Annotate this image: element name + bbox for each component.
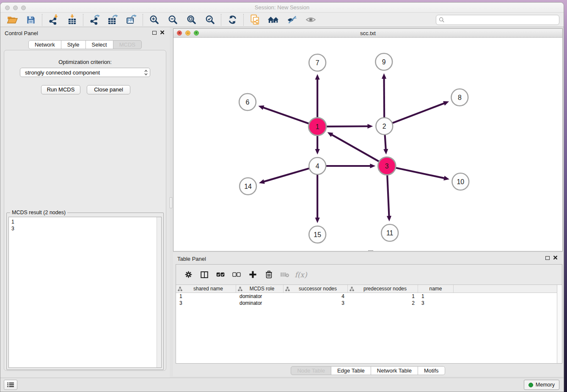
mcds-result-title: MCDS result (2 nodes) — [10, 210, 67, 215]
tab-style[interactable]: Style — [61, 40, 86, 49]
column-header-label: predecessor nodes — [354, 286, 416, 292]
mcds-result-textarea[interactable]: 13 — [8, 217, 162, 368]
deselect-all-icon[interactable] — [228, 268, 245, 281]
tab-mcds[interactable]: MCDS — [113, 40, 142, 49]
vertical-splitter[interactable] — [170, 27, 172, 378]
node-table-area: f(x) shared nameMCDS rolesuccessor nodes… — [176, 264, 562, 364]
gear-icon[interactable] — [180, 268, 196, 281]
graph-node-8[interactable]: 8 — [451, 89, 468, 106]
zoom-fit-icon[interactable] — [182, 14, 201, 26]
network-documents-icon[interactable] — [245, 14, 264, 26]
graph-node-1[interactable]: 1 — [308, 118, 326, 135]
graph-node-10[interactable]: 10 — [452, 173, 469, 190]
tab-node-table[interactable]: Node Table — [291, 366, 331, 375]
columns-icon[interactable] — [196, 268, 212, 281]
table-cell[interactable]: 3 — [176, 300, 236, 306]
graph-edge-2-3[interactable] — [383, 133, 388, 155]
column-header-successor-nodes[interactable]: successor nodes — [284, 285, 348, 293]
import-network-icon[interactable] — [44, 14, 63, 26]
graph-edge-3-1[interactable] — [328, 132, 381, 163]
zoom-in-icon[interactable] — [145, 14, 163, 26]
graph-edge-1-6[interactable] — [258, 105, 311, 124]
result-scrollbar[interactable] — [157, 217, 161, 367]
run-mcds-button[interactable]: Run MCDS — [41, 85, 80, 94]
table-cell[interactable]: dominator — [236, 300, 284, 306]
graph-node-7[interactable]: 7 — [309, 54, 326, 71]
graph-edge-4-3[interactable] — [324, 163, 375, 168]
graph-node-9[interactable]: 9 — [375, 53, 392, 70]
graph-node-15[interactable]: 15 — [309, 226, 326, 243]
graph-edge-1-2[interactable] — [324, 124, 373, 129]
open-session-icon[interactable] — [3, 14, 22, 26]
refresh-icon[interactable] — [223, 14, 242, 26]
table-cell[interactable]: dominator — [236, 293, 284, 300]
zoom-selected-icon[interactable] — [201, 14, 219, 26]
graph-node-3[interactable]: 3 — [378, 157, 396, 175]
zoom-out-icon[interactable] — [163, 14, 182, 26]
search-input[interactable] — [445, 17, 556, 23]
task-history-button[interactable] — [4, 380, 17, 390]
network-resize-handle[interactable] — [368, 250, 373, 251]
graph-edge-4-15[interactable] — [315, 173, 320, 223]
delete-icon[interactable] — [261, 268, 277, 281]
graph-edge-2-8[interactable] — [391, 101, 449, 124]
table-scrollbar[interactable] — [557, 285, 562, 363]
column-header-name[interactable]: name — [418, 285, 454, 293]
table-panel-close-icon[interactable] — [553, 255, 558, 260]
column-header-predecessor-nodes[interactable]: predecessor nodes — [348, 285, 418, 293]
table-cell[interactable]: 1 — [176, 293, 236, 300]
graph-edge-1-7[interactable] — [315, 74, 320, 120]
graph-node-14[interactable]: 14 — [239, 178, 256, 195]
column-header-shared-name[interactable]: shared name — [176, 285, 236, 293]
tab-select[interactable]: Select — [85, 40, 113, 49]
column-header-label: MCDS role — [242, 286, 281, 292]
export-table-icon[interactable] — [104, 14, 122, 26]
select-all-icon[interactable] — [212, 268, 228, 281]
show-graphics-icon[interactable] — [301, 14, 320, 26]
toolbar-separator — [42, 14, 42, 26]
tab-network[interactable]: Network — [28, 40, 61, 49]
mcds-result-lines: 13 — [9, 217, 161, 233]
save-session-icon[interactable] — [22, 14, 40, 26]
tab-motifs[interactable]: Motifs — [418, 366, 445, 375]
import-table-icon[interactable] — [63, 14, 81, 26]
memory-button[interactable]: Memory — [524, 380, 559, 390]
table-cell[interactable]: 3 — [418, 300, 454, 306]
splitter-handle[interactable] — [170, 197, 172, 208]
control-panel-float-icon[interactable] — [152, 31, 157, 35]
graph-node-4[interactable]: 4 — [309, 157, 326, 174]
column-header-MCDS-role[interactable]: MCDS role — [236, 285, 284, 293]
tab-edge-table[interactable]: Edge Table — [331, 366, 371, 375]
graph-edge-3-10[interactable] — [394, 167, 449, 180]
table-cell[interactable]: 4 — [284, 293, 348, 300]
criterion-dropdown[interactable]: strongly connected component — [20, 68, 150, 77]
add-icon[interactable] — [245, 268, 261, 281]
search-field[interactable] — [436, 15, 559, 25]
table-row[interactable]: 1dominator411 — [176, 293, 557, 300]
toolbar-separator — [243, 14, 244, 26]
graph-edge-4-14[interactable] — [259, 168, 311, 184]
export-network-icon[interactable] — [85, 14, 104, 26]
table-cell[interactable]: 1 — [418, 293, 454, 300]
home-icon[interactable] — [264, 14, 283, 26]
graph-node-11[interactable]: 11 — [381, 224, 398, 241]
graph-node-6[interactable]: 6 — [239, 94, 256, 110]
table-row[interactable]: 3dominator323 — [176, 300, 557, 306]
table-cell[interactable]: 3 — [284, 300, 348, 306]
close-panel-button[interactable]: Close panel — [87, 85, 130, 94]
network-canvas[interactable]: 7968124314101511 — [173, 38, 562, 251]
graph-edge-2-9[interactable] — [382, 73, 386, 119]
graph-edge-1-4[interactable] — [315, 133, 320, 155]
graph-edge-3-11[interactable] — [387, 173, 391, 221]
export-image-icon[interactable] — [122, 14, 141, 26]
table-panel-float-icon[interactable] — [545, 256, 550, 260]
hide-graphics-icon[interactable] — [283, 14, 301, 26]
table-cell[interactable]: 2 — [348, 300, 418, 306]
svg-text:3: 3 — [385, 163, 389, 170]
control-panel-close-icon[interactable] — [160, 30, 165, 35]
table-cell[interactable]: 1 — [348, 293, 418, 300]
list-icon — [7, 382, 14, 388]
control-panel: Control Panel NetworkStyleSelectMCDS Opt… — [0, 27, 170, 378]
graph-node-2[interactable]: 2 — [376, 118, 393, 135]
tab-network-table[interactable]: Network Table — [371, 366, 418, 375]
